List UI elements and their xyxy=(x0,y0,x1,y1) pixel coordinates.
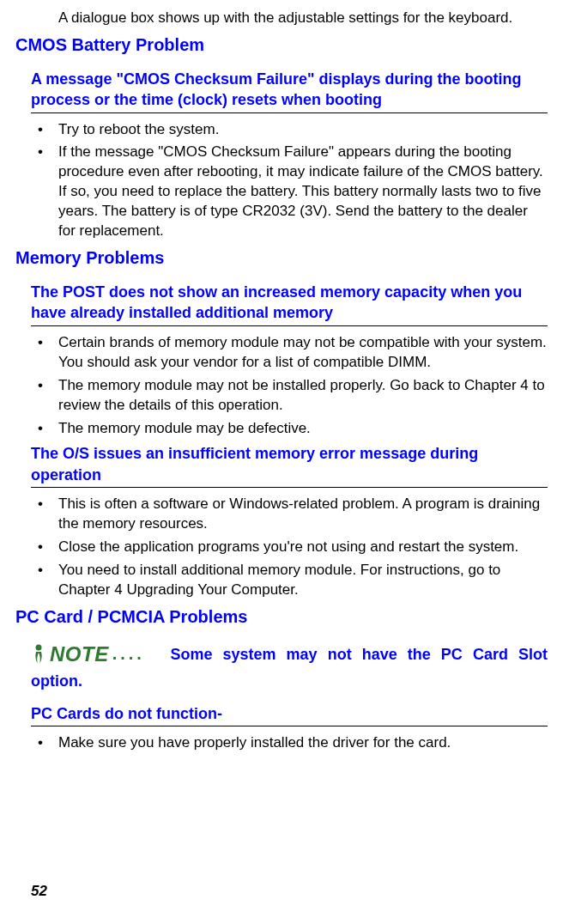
note-block: NOTE.... Some system may not have the PC… xyxy=(31,641,548,691)
heading-cmos: CMOS Battery Problem xyxy=(15,33,548,57)
list-item: This is often a software or Windows-rela… xyxy=(31,495,548,534)
list-item: The memory module may not be installed p… xyxy=(31,376,548,416)
subheading-memory-2: The O/S issues an insufficient memory er… xyxy=(31,443,548,488)
page-number: 52 xyxy=(31,882,47,902)
subheading-pccard-1: PC Cards do not function- xyxy=(31,703,548,726)
subheading-cmos-1: A message "CMOS Checksum Failure" displa… xyxy=(31,69,548,113)
note-dots: .... xyxy=(112,642,145,666)
note-badge: NOTE.... xyxy=(31,641,145,671)
heading-pccard: PC Card / PCMCIA Problems xyxy=(15,605,548,629)
bullet-list: This is often a software or Windows-rela… xyxy=(31,495,548,600)
list-item: If the message "CMOS Checksum Failure" a… xyxy=(31,143,548,241)
svg-point-0 xyxy=(36,644,42,650)
heading-memory: Memory Problems xyxy=(15,246,548,270)
intro-text: A dialogue box shows up with the adjusta… xyxy=(58,9,548,28)
note-label: NOTE xyxy=(50,641,109,668)
info-icon xyxy=(31,643,46,666)
list-item: Try to reboot the system. xyxy=(31,120,548,140)
bullet-list: Try to reboot the system. If the message… xyxy=(31,120,548,242)
list-item: You need to install additional memory mo… xyxy=(31,561,548,600)
list-item: The memory module may be defective. xyxy=(31,419,548,439)
subheading-memory-1: The POST does not show an increased memo… xyxy=(31,282,548,326)
list-item: Make sure you have properly installed th… xyxy=(31,733,548,753)
bullet-list: Make sure you have properly installed th… xyxy=(31,733,548,753)
bullet-list: Certain brands of memory module may not … xyxy=(31,333,548,439)
list-item: Close the application programs you're no… xyxy=(31,538,548,557)
list-item: Certain brands of memory module may not … xyxy=(31,333,548,373)
